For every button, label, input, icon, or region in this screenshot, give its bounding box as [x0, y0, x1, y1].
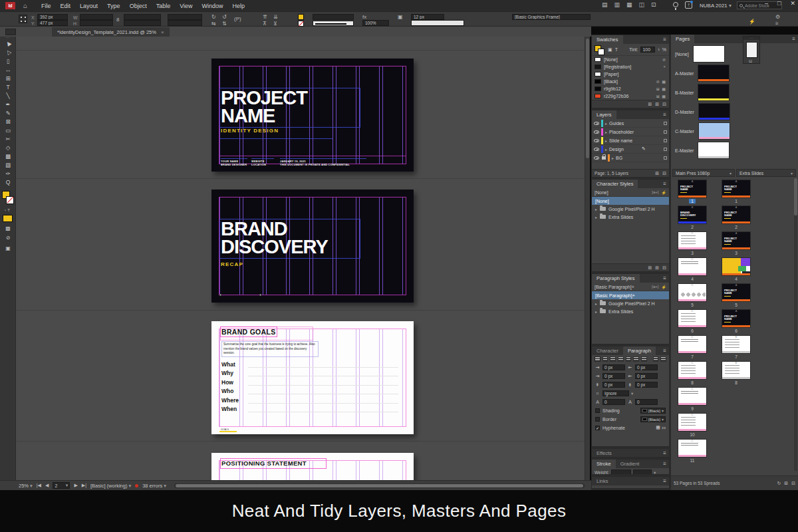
document-canvas[interactable]: PROJECTNAME IDENTITY DESIGN YOUR NAMEBRA… [16, 37, 585, 480]
page-thumbnail[interactable]: C [678, 439, 707, 458]
page-item[interactable]: C 11 [671, 439, 715, 465]
section-header-main[interactable]: Main Pres 1080p▾ [672, 169, 735, 177]
scale-y-field[interactable] [124, 20, 161, 26]
page-item[interactable]: E 7 [715, 335, 759, 361]
panel-menu-icon[interactable]: ≡ [663, 37, 666, 43]
master-row[interactable]: C-Master [671, 122, 798, 140]
quick-actions-bolt-icon[interactable]: ⚡ [749, 19, 755, 25]
app-bar-icon[interactable]: ▥ [614, 1, 620, 8]
page-thumbnail[interactable]: C [678, 283, 707, 302]
visibility-eye-icon[interactable] [594, 130, 599, 134]
distribute-icon[interactable]: ⊻ [273, 21, 277, 27]
document-tab[interactable]: *IdentityDesign_Template_2021.indd @ 25%… [52, 27, 170, 37]
style-row[interactable]: ▸ Extra Slides [592, 213, 669, 221]
object-style-dropdown[interactable]: [Basic Graphics Frame] [512, 14, 591, 20]
layer-target-square[interactable] [664, 122, 667, 125]
page-item[interactable]: A PROJECT NAME 3 [715, 231, 759, 257]
h-field[interactable] [80, 20, 113, 26]
panel-menu-icon[interactable]: ≡ [663, 461, 666, 467]
space-after-field[interactable]: 0 px [635, 382, 658, 388]
weight-field[interactable] [611, 469, 631, 475]
page-item[interactable]: C 7 [671, 335, 715, 361]
tool-button[interactable]: ✂ [0, 134, 16, 143]
menu-item[interactable]: File [37, 3, 56, 9]
y-field[interactable]: 477 px [37, 20, 68, 26]
menu-item[interactable]: View [175, 3, 197, 9]
layer-row[interactable]: ▸ Guides [592, 119, 669, 128]
settings-gear-icon[interactable]: ⚙ [775, 14, 780, 20]
tool-button[interactable]: ✑ [0, 169, 16, 178]
layer-footer-icons[interactable]: ⊞⊟ [655, 171, 666, 176]
flip-vertical-icon[interactable]: ⇅ [222, 21, 227, 27]
panel-menu-icon[interactable]: ≡ [663, 275, 666, 281]
page-item[interactable]: A 4 [715, 257, 759, 283]
flip-horizontal-icon[interactable]: ⇆ [211, 21, 216, 27]
page-thumbnail[interactable]: E [722, 335, 751, 354]
style-row[interactable]: ▸ Extra Slides [592, 307, 669, 315]
tool-button[interactable]: ▨ [0, 160, 16, 169]
tool-button[interactable]: ╲ [0, 91, 16, 100]
shear-field[interactable] [168, 20, 202, 26]
workspace-switcher[interactable]: NUBA 2021 ▾ [700, 3, 732, 9]
page-thumbnail[interactable]: A [722, 257, 751, 276]
expand-chevron-icon[interactable]: ▸ [595, 301, 597, 306]
layer-row[interactable]: ▸ BG [592, 154, 669, 162]
tab-pages[interactable]: Pages [671, 35, 694, 43]
prev-page-button[interactable]: ◀ [45, 483, 49, 488]
list-buttons[interactable]: ▦ ⚏ [656, 425, 666, 430]
page-item[interactable]: C 9 [671, 387, 715, 413]
expand-chevron-icon[interactable]: ▸ [595, 207, 597, 211]
page-thumbnail[interactable]: C [678, 335, 707, 354]
master-row[interactable]: B-Master [671, 84, 798, 101]
arrange-documents-icon[interactable] [5, 29, 16, 35]
close-button[interactable]: ✕ [790, 0, 795, 7]
formatting-affects-icons[interactable]: ▫T [1, 208, 15, 212]
border-color-dropdown[interactable]: [Black]▾ [640, 416, 666, 422]
style-override-icon[interactable]: [a+] [652, 285, 658, 289]
drop-cap-lines-field[interactable]: 0 [602, 399, 625, 405]
app-bar-icon[interactable]: ▦ [626, 1, 632, 8]
page-thumbnail[interactable]: A PROJECT NAME [678, 180, 707, 198]
tab-gradient[interactable]: Gradient [616, 460, 644, 468]
justify-right-icon[interactable] [633, 356, 639, 362]
page-item[interactable]: C 10 [671, 413, 715, 439]
page-thumbnail[interactable]: C [678, 231, 707, 250]
tool-button[interactable]: ⊞ [0, 74, 16, 82]
panel-menu-icon[interactable]: ≡ [663, 112, 666, 118]
expand-chevron-icon[interactable]: ▸ [605, 147, 607, 152]
shading-color-dropdown[interactable]: [Black]▾ [640, 408, 666, 414]
tool-button[interactable]: ▯ [0, 57, 16, 65]
swatch-dropdown[interactable] [411, 20, 464, 26]
app-bar-icon[interactable]: ▤ [602, 1, 608, 8]
menu-item[interactable]: Layout [75, 3, 102, 9]
master-row[interactable]: E-Master [671, 142, 798, 159]
share-icon[interactable]: ↑ [685, 1, 692, 9]
canvas-vertical-scrollbar[interactable] [585, 37, 590, 480]
style-override-icon[interactable]: [a+] [652, 190, 658, 194]
spread-project-name[interactable]: PROJECTNAME IDENTITY DESIGN YOUR NAMEBRA… [211, 59, 414, 172]
tab-character-styles[interactable]: Character Styles [592, 180, 638, 188]
weight-dropdown[interactable] [633, 469, 652, 475]
pages-footer-icons[interactable]: ↻⊞⊟ [777, 481, 795, 486]
text-format-icon[interactable]: T [615, 47, 618, 52]
right-indent-field[interactable]: 0 px [635, 364, 658, 370]
page-item[interactable]: A PROJECT NAME 5 [715, 283, 759, 309]
tool-button[interactable]: ▩ [0, 152, 16, 160]
swatch-footer-icons[interactable]: ⊞⊞⊟ [648, 102, 666, 107]
page-item[interactable]: B BRAND DISCOVERY 2 [671, 205, 715, 231]
tab-layers[interactable]: Layers [592, 110, 616, 119]
page-thumbnail[interactable]: A PROJECT NAME [722, 283, 751, 302]
next-page-button[interactable]: ▶ [74, 483, 77, 488]
spread-brand-discovery[interactable]: BRANDDISCOVERY RECAP [211, 190, 414, 303]
expand-chevron-icon[interactable]: ▸ [605, 121, 607, 126]
tab-paragraph-styles[interactable]: Paragraph Styles [592, 274, 640, 283]
hyphenate-checkbox[interactable]: ✓ [595, 426, 600, 430]
panel-menu-icon[interactable]: ≡ [775, 21, 779, 27]
screen-mode-icon[interactable]: ▣ [0, 245, 16, 251]
scrollbar-thumb[interactable] [586, 39, 589, 158]
apply-none-icon[interactable]: ⊘ [0, 235, 16, 241]
first-page-button[interactable]: |◀ [37, 483, 41, 488]
page-thumbnail[interactable]: E [722, 361, 751, 380]
stroke-type-dropdown[interactable] [313, 14, 354, 20]
layer-target-square[interactable] [664, 156, 667, 160]
